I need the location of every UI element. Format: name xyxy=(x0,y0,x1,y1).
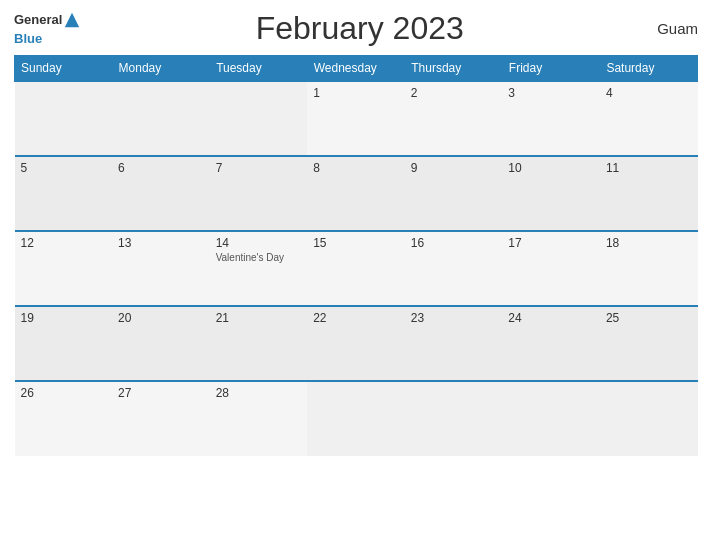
day-number: 16 xyxy=(411,236,497,250)
calendar-day-cell xyxy=(307,381,405,456)
calendar-week-row: 121314Valentine's Day15161718 xyxy=(15,231,698,306)
day-number: 27 xyxy=(118,386,204,400)
calendar-day-cell: 9 xyxy=(405,156,503,231)
calendar-day-cell: 4 xyxy=(600,81,698,156)
day-number: 28 xyxy=(216,386,302,400)
calendar-header: SundayMondayTuesdayWednesdayThursdayFrid… xyxy=(15,56,698,82)
calendar-table: SundayMondayTuesdayWednesdayThursdayFrid… xyxy=(14,55,698,456)
day-number: 7 xyxy=(216,161,302,175)
calendar-day-cell: 20 xyxy=(112,306,210,381)
calendar-day-cell: 6 xyxy=(112,156,210,231)
day-number: 8 xyxy=(313,161,399,175)
calendar-day-cell: 2 xyxy=(405,81,503,156)
calendar-day-cell: 24 xyxy=(502,306,600,381)
calendar-day-cell: 5 xyxy=(15,156,113,231)
logo: General Blue xyxy=(14,11,81,47)
day-of-week-header: Wednesday xyxy=(307,56,405,82)
calendar-week-row: 1234 xyxy=(15,81,698,156)
day-number: 17 xyxy=(508,236,594,250)
day-number: 22 xyxy=(313,311,399,325)
calendar-day-cell: 11 xyxy=(600,156,698,231)
calendar-day-cell: 10 xyxy=(502,156,600,231)
event-label: Valentine's Day xyxy=(216,252,302,263)
day-of-week-header: Friday xyxy=(502,56,600,82)
day-number: 13 xyxy=(118,236,204,250)
day-number: 11 xyxy=(606,161,692,175)
calendar-page: General Blue February 2023 Guam SundayMo… xyxy=(0,0,712,550)
page-header: General Blue February 2023 Guam xyxy=(14,10,698,47)
day-number: 5 xyxy=(21,161,107,175)
day-number: 9 xyxy=(411,161,497,175)
svg-marker-0 xyxy=(65,12,79,26)
calendar-day-cell: 15 xyxy=(307,231,405,306)
calendar-day-cell xyxy=(15,81,113,156)
region-label: Guam xyxy=(638,20,698,37)
day-of-week-header: Tuesday xyxy=(210,56,308,82)
calendar-day-cell: 21 xyxy=(210,306,308,381)
calendar-day-cell: 28 xyxy=(210,381,308,456)
day-number: 14 xyxy=(216,236,302,250)
calendar-week-row: 262728 xyxy=(15,381,698,456)
calendar-week-row: 19202122232425 xyxy=(15,306,698,381)
calendar-day-cell: 3 xyxy=(502,81,600,156)
day-number: 21 xyxy=(216,311,302,325)
calendar-day-cell: 12 xyxy=(15,231,113,306)
day-of-week-header: Sunday xyxy=(15,56,113,82)
day-number: 24 xyxy=(508,311,594,325)
day-number: 4 xyxy=(606,86,692,100)
day-number: 18 xyxy=(606,236,692,250)
day-number: 3 xyxy=(508,86,594,100)
day-number: 19 xyxy=(21,311,107,325)
day-number: 23 xyxy=(411,311,497,325)
calendar-day-cell: 18 xyxy=(600,231,698,306)
logo-text-general: General xyxy=(14,13,62,26)
page-title: February 2023 xyxy=(81,10,638,47)
day-of-week-header: Thursday xyxy=(405,56,503,82)
day-of-week-header: Monday xyxy=(112,56,210,82)
calendar-day-cell: 7 xyxy=(210,156,308,231)
calendar-day-cell xyxy=(600,381,698,456)
calendar-day-cell: 22 xyxy=(307,306,405,381)
day-number: 15 xyxy=(313,236,399,250)
days-of-week-row: SundayMondayTuesdayWednesdayThursdayFrid… xyxy=(15,56,698,82)
calendar-day-cell: 16 xyxy=(405,231,503,306)
calendar-day-cell xyxy=(210,81,308,156)
calendar-day-cell xyxy=(502,381,600,456)
calendar-day-cell: 8 xyxy=(307,156,405,231)
day-number: 10 xyxy=(508,161,594,175)
calendar-day-cell: 14Valentine's Day xyxy=(210,231,308,306)
calendar-day-cell: 27 xyxy=(112,381,210,456)
calendar-day-cell: 23 xyxy=(405,306,503,381)
logo-text-blue: Blue xyxy=(14,31,42,46)
calendar-day-cell: 17 xyxy=(502,231,600,306)
day-number: 12 xyxy=(21,236,107,250)
day-number: 2 xyxy=(411,86,497,100)
calendar-day-cell: 13 xyxy=(112,231,210,306)
calendar-day-cell: 25 xyxy=(600,306,698,381)
calendar-day-cell: 26 xyxy=(15,381,113,456)
day-number: 25 xyxy=(606,311,692,325)
calendar-day-cell xyxy=(405,381,503,456)
calendar-body: 1234567891011121314Valentine's Day151617… xyxy=(15,81,698,456)
day-number: 6 xyxy=(118,161,204,175)
calendar-week-row: 567891011 xyxy=(15,156,698,231)
calendar-day-cell: 19 xyxy=(15,306,113,381)
day-number: 26 xyxy=(21,386,107,400)
day-of-week-header: Saturday xyxy=(600,56,698,82)
day-number: 1 xyxy=(313,86,399,100)
logo-icon xyxy=(63,11,81,29)
calendar-day-cell xyxy=(112,81,210,156)
calendar-day-cell: 1 xyxy=(307,81,405,156)
day-number: 20 xyxy=(118,311,204,325)
